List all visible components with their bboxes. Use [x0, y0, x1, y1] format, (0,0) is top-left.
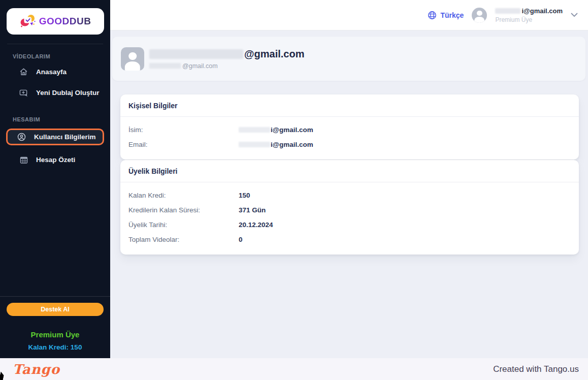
tango-logo[interactable]: Tango	[13, 362, 60, 377]
membership-info-card: Üyelik Bilgileri Kalan Kredi: 150 Kredil…	[120, 160, 579, 255]
gooddub-logo[interactable]: GOODDUB	[7, 8, 104, 35]
redacted-value-prefix	[239, 142, 270, 147]
info-row-kalan-kredi: Kalan Kredi: 150	[128, 188, 571, 203]
video-plus-icon	[19, 88, 28, 97]
info-row-kredi-suresi: Kredilerin Kalan Süresi: 371 Gün	[128, 203, 571, 217]
info-row-toplam-videolar: Toplam Videolar: 0	[128, 232, 571, 247]
info-row-uyelik-tarihi: Üyelik Tarihi: 20.12.2024	[128, 217, 571, 232]
sidebar-item-label: Anasayfa	[36, 68, 67, 76]
profile-header: @gmail.com @gmail.com	[112, 37, 585, 81]
info-value-text: 20.12.2024	[239, 221, 273, 229]
card-body: İsim: i@gmail.com Email: i@gmail.com	[120, 117, 579, 160]
info-value-text: i@gmail.com	[271, 141, 313, 148]
user-circle-icon	[17, 133, 26, 141]
profile-subtitle-email: @gmail.com	[182, 62, 218, 70]
sidebar-membership-status: Premium Üye	[0, 330, 110, 339]
info-value-text: i@gmail.com	[271, 126, 313, 134]
info-value: i@gmail.com	[239, 126, 313, 134]
personal-info-card: Kişisel Bilgiler İsim: i@gmail.com Email…	[120, 94, 579, 160]
info-value: i@gmail.com	[239, 141, 313, 148]
tango-footer: Tango Created with Tango.us	[0, 358, 588, 380]
support-button[interactable]: Destek Al	[7, 303, 104, 316]
chevron-down-icon[interactable]	[571, 13, 578, 17]
created-with-tango-link[interactable]: Created with Tango.us	[493, 364, 579, 374]
language-label: Türkçe	[440, 11, 464, 19]
user-email-line: i@gmail.com	[495, 7, 563, 15]
info-label: İsim:	[128, 126, 239, 134]
info-label: Üyelik Tarihi:	[128, 221, 239, 229]
sidebar-item-label: Yeni Dublaj Oluştur	[36, 89, 100, 97]
sidebar-item-hesap-ozeti[interactable]: Hesap Özeti	[7, 152, 103, 167]
info-label: Email:	[128, 141, 239, 148]
topbar: Türkçe i@gmail.com Premium Üye	[110, 0, 588, 30]
sidebar-item-yeni-dublaj[interactable]: Yeni Dublaj Oluştur	[7, 85, 103, 100]
sidebar-item-label: Hesap Özeti	[36, 156, 75, 164]
info-row-email: Email: i@gmail.com	[128, 137, 571, 152]
chat-bubbles-icon	[20, 14, 36, 29]
profile-title-email: @gmail.com	[244, 48, 304, 60]
language-switcher[interactable]: Türkçe	[428, 11, 464, 20]
info-label: Toplam Videolar:	[128, 236, 239, 243]
home-icon	[19, 68, 28, 76]
redacted-email-prefix	[149, 63, 181, 69]
logo-wordmark: GOODDUB	[39, 16, 91, 27]
user-menu[interactable]: i@gmail.com Premium Üye	[495, 7, 563, 23]
info-label: Kalan Kredi:	[128, 192, 239, 199]
main-content: @gmail.com @gmail.com Kişisel Bilgiler İ…	[110, 31, 588, 358]
redacted-email-prefix	[495, 8, 520, 14]
sidebar-remaining-credit: Kalan Kredi: 150	[0, 343, 110, 351]
profile-subtitle-line: @gmail.com	[149, 62, 304, 70]
card-title: Kişisel Bilgiler	[128, 102, 177, 110]
mouse-cursor-icon	[0, 371, 5, 380]
info-value-text: 150	[239, 192, 250, 199]
user-email: i@gmail.com	[521, 7, 563, 15]
info-value-text: 0	[239, 236, 243, 243]
sidebar-bottom-panel: Destek Al Premium Üye Kalan Kredi: 150	[0, 296, 110, 358]
sidebar-section-hesabim: HESABIM	[13, 116, 110, 122]
info-value-text: 371 Gün	[239, 206, 266, 214]
sidebar-item-label: Kullanıcı Bilgilerim	[34, 133, 96, 141]
user-avatar-icon[interactable]	[472, 8, 487, 23]
user-membership-label: Premium Üye	[495, 16, 563, 23]
card-body: Kalan Kredi: 150 Kredilerin Kalan Süresi…	[120, 182, 579, 255]
profile-avatar	[121, 47, 144, 71]
info-label: Kredilerin Kalan Süresi:	[128, 206, 239, 214]
calendar-icon	[19, 155, 28, 164]
sidebar: GOODDUB VİDEOLARIM Anasayfa Yeni Dublaj …	[0, 0, 110, 358]
sidebar-section-videolarim: VİDEOLARIM	[13, 53, 110, 59]
sidebar-item-anasayfa[interactable]: Anasayfa	[7, 65, 103, 79]
globe-icon	[428, 11, 437, 20]
card-title: Üyelik Bilgileri	[128, 167, 177, 175]
profile-title-line: @gmail.com	[149, 48, 304, 60]
sidebar-divider	[7, 44, 103, 44]
sidebar-item-kullanici-bilgilerim[interactable]: Kullanıcı Bilgilerim	[6, 129, 104, 145]
info-row-isim: İsim: i@gmail.com	[128, 122, 571, 137]
redacted-name	[149, 49, 243, 59]
card-header: Kişisel Bilgiler	[120, 94, 579, 117]
redacted-value-prefix	[239, 127, 270, 133]
card-header: Üyelik Bilgileri	[120, 160, 579, 182]
profile-text: @gmail.com @gmail.com	[149, 48, 304, 70]
